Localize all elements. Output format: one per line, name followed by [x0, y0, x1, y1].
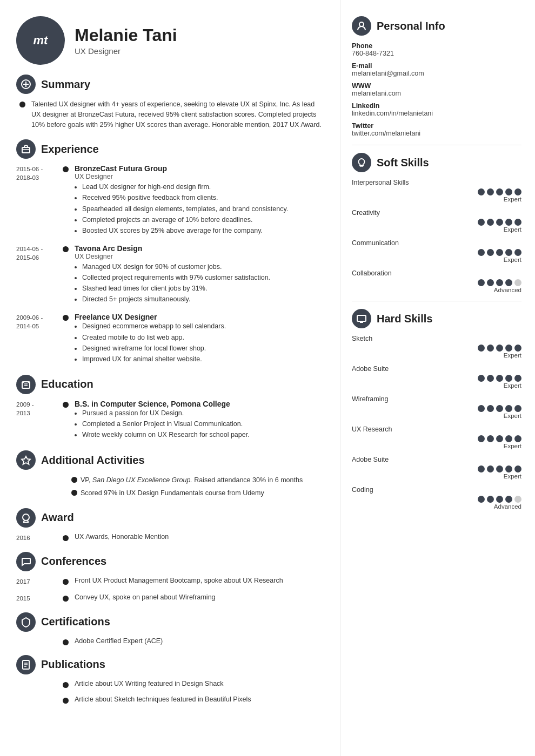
skill-dot [478, 188, 485, 195]
certification-entries: Adobe Certified Expert (ACE) [16, 637, 324, 645]
skill-dot [478, 465, 485, 473]
experience-icon [16, 139, 36, 159]
skill-dot [496, 219, 503, 226]
skill-dot [514, 345, 521, 352]
publication-entry: Article about Sketch techniques featured… [16, 696, 324, 704]
skill-dot [487, 279, 494, 286]
skill-dot [505, 279, 512, 286]
hard-skill-item: UX Research Expert [352, 426, 521, 449]
award-entries: 2016 UX Awards, Honorable Mention [16, 533, 324, 542]
hard-skills-heading: Hard Skills [352, 309, 521, 328]
skill-dot [496, 375, 503, 382]
soft-skill-items: Interpersonal Skills Expert Creativity E… [352, 179, 521, 293]
additional-entries: VP, San Diego UX Excellence Group. Raise… [16, 475, 324, 498]
personal-info-item: Twitter twitter.com/melanietani [352, 122, 521, 137]
additional-section-label: Additional Activities [41, 454, 145, 467]
personal-info-item: E-mail melanietani@gmail.com [352, 62, 521, 77]
conferences-section-heading: Conferences [16, 552, 324, 571]
skill-dot [505, 496, 512, 503]
personal-info-icon [352, 16, 371, 36]
skill-dot [496, 465, 503, 473]
candidate-name: Melanie Tani [75, 25, 177, 45]
skill-dot [514, 435, 521, 442]
education-section-label: Education [41, 378, 93, 390]
additional-entry: VP, San Diego UX Excellence Group. Raise… [71, 475, 324, 485]
experience-section-heading: Experience [16, 139, 324, 159]
certifications-icon [16, 612, 36, 632]
hard-skill-item: Sketch Expert [352, 335, 521, 359]
svg-marker-10 [22, 456, 30, 464]
soft-skills-heading: Soft Skills [352, 153, 521, 172]
experience-entry: 2014-05 - 2015-06 Tavona Arc Design UX D… [16, 244, 324, 306]
skill-dot [478, 375, 485, 382]
education-icon [16, 375, 36, 394]
education-section-heading: Education [16, 375, 324, 394]
conference-entries: 2017 Front UX Product Management Bootcam… [16, 577, 324, 603]
award-section-heading: Award [16, 508, 324, 528]
skill-dot [496, 188, 503, 195]
skill-dot [478, 435, 485, 442]
resume-header: mt Melanie Tani UX Designer [16, 16, 324, 65]
summary-entry: Talented UX designer with 4+ years of ex… [16, 99, 324, 130]
hard-skill-items: Sketch Expert Adobe Suite Expert Wirefra… [352, 335, 521, 510]
skill-dot [496, 249, 503, 256]
skill-dot [487, 219, 494, 226]
award-section-label: Award [41, 511, 74, 524]
skill-dot [514, 188, 521, 195]
certification-entry: Adobe Certified Expert (ACE) [16, 637, 324, 645]
soft-skill-item: Communication Expert [352, 239, 521, 263]
summary-text: Talented UX designer with 4+ years of ex… [28, 99, 324, 130]
skill-dot [505, 219, 512, 226]
skill-dot [487, 375, 494, 382]
publications-section-label: Publications [41, 658, 105, 671]
skill-dot [487, 496, 494, 503]
skill-dot [496, 496, 503, 503]
skill-dot [478, 496, 485, 503]
candidate-title: UX Designer [75, 46, 177, 56]
education-entries: 2009 - 2013 B.S. in Computer Science, Po… [16, 400, 324, 441]
skill-dot [505, 465, 512, 473]
svg-rect-23 [357, 315, 366, 321]
hard-skills-section-label: Hard Skills [377, 313, 432, 325]
hard-skill-item: Wireframing Expert [352, 395, 521, 419]
svg-point-19 [359, 22, 364, 26]
publication-entry: Article about UX Writing featured in Des… [16, 680, 324, 688]
conferences-section-label: Conferences [41, 555, 106, 568]
additional-entry: Scored 97% in UX Design Fundamentals cou… [71, 488, 324, 498]
personal-info-item: LinkedIn linkedin.com/in/melanietani [352, 102, 521, 117]
experience-entry: 2009-06 - 2014-05 Freelance UX Designer … [16, 313, 324, 365]
svg-rect-3 [22, 147, 30, 153]
hard-skill-item: Coding Advanced [352, 486, 521, 510]
skill-dot [478, 219, 485, 226]
conferences-icon [16, 552, 36, 571]
skill-dot [514, 375, 521, 382]
experience-entry: 2015-06 - 2018-03 BronzeCast Futura Grou… [16, 164, 324, 237]
soft-skill-item: Collaboration Advanced [352, 269, 521, 293]
skill-dot [514, 465, 521, 473]
skill-dot [505, 345, 512, 352]
skill-dot [487, 435, 494, 442]
skill-dot [478, 249, 485, 256]
award-icon [16, 508, 36, 528]
skill-dot [505, 249, 512, 256]
hard-skills-icon [352, 309, 371, 328]
skill-dot [478, 405, 485, 412]
soft-skills-icon [352, 153, 371, 172]
publications-section-heading: Publications [16, 655, 324, 674]
skill-dot [496, 405, 503, 412]
skill-dot [514, 405, 521, 412]
avatar: mt [16, 16, 65, 65]
personal-info-item: WWW melanietani.com [352, 82, 521, 97]
skill-dot [514, 279, 521, 286]
skill-dot [478, 279, 485, 286]
experience-entries: 2015-06 - 2018-03 BronzeCast Futura Grou… [16, 164, 324, 365]
skill-dot [505, 188, 512, 195]
summary-dot [19, 102, 25, 107]
soft-skill-item: Creativity Expert [352, 209, 521, 233]
summary-icon [16, 75, 36, 94]
skill-dot [478, 345, 485, 352]
skill-dot [487, 345, 494, 352]
personal-info-section-label: Personal Info [377, 20, 445, 32]
svg-point-11 [23, 514, 29, 521]
publication-entries: Article about UX Writing featured in Des… [16, 680, 324, 704]
